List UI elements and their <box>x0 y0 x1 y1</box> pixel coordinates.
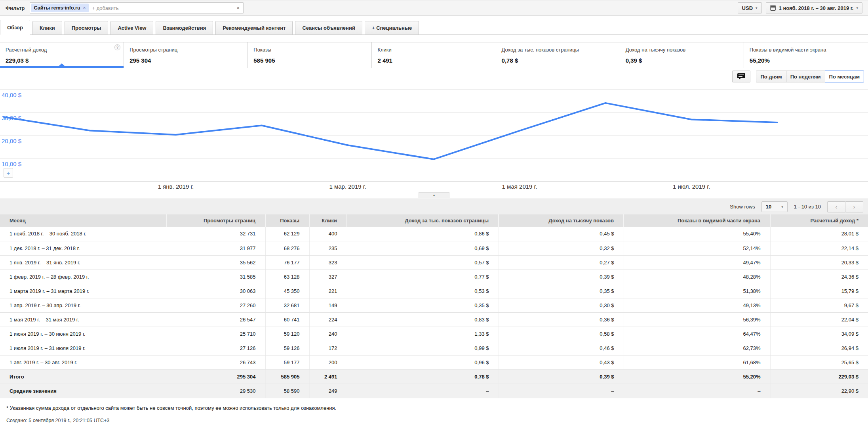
card-value: 229,03 $ <box>6 57 124 64</box>
table-row: 1 июля 2019 г. – 31 июля 2019 г.27 12659… <box>0 341 868 355</box>
card-value: 55,20% <box>750 57 868 64</box>
table-cell: 58 590 <box>265 384 309 398</box>
granularity-toggle: По днямПо неделямПо месяцам <box>756 71 864 82</box>
granularity-by-week-button[interactable]: По неделям <box>786 71 825 82</box>
filter-chip[interactable]: Сайты rems-info.ru × <box>31 4 89 12</box>
x-axis-tick-label: 1 мар. 2019 г. <box>329 183 366 190</box>
filter-clear-icon[interactable]: × <box>236 5 240 11</box>
table-cell: 49,13% <box>624 298 770 312</box>
table-cell: 26 547 <box>167 312 265 327</box>
currency-dropdown[interactable]: USD ▾ <box>738 2 762 13</box>
tab-views[interactable]: Просмотры <box>65 21 108 34</box>
table-cell: 61,68% <box>624 355 770 369</box>
table-cell: 59 126 <box>265 341 309 355</box>
table-row: 1 апр. 2019 г. – 30 апр. 2019 г.27 26032… <box>0 298 868 312</box>
table-cell: Итого <box>0 369 167 384</box>
table-cell: 240 <box>309 327 347 341</box>
rows-per-page-select[interactable]: 10 ▾ <box>761 201 788 212</box>
prev-page-button[interactable]: ‹ <box>827 201 845 212</box>
table-cell: 0,27 $ <box>499 255 624 270</box>
metric-card-impressions[interactable]: Показы585 905 <box>248 42 372 68</box>
table-cell: 229,03 $ <box>770 369 868 384</box>
table-cell: 62 129 <box>265 227 309 241</box>
column-header[interactable]: Показы <box>265 214 309 227</box>
table-cell: 221 <box>309 284 347 298</box>
tab-interactions[interactable]: Взаимодействия <box>156 21 213 34</box>
table-cell: 0,35 $ <box>347 298 499 312</box>
chip-remove-icon[interactable]: × <box>83 5 86 11</box>
next-page-button[interactable]: › <box>845 201 863 212</box>
granularity-by-month-button[interactable]: По месяцам <box>825 71 864 82</box>
filter-input[interactable]: Сайты rems-info.ru × + добавить × <box>30 2 244 13</box>
metric-card-estimated-earnings[interactable]: Расчетный доход229,03 $? <box>0 42 124 68</box>
table-cell: 28,01 $ <box>770 227 868 241</box>
table-cell: 0,43 $ <box>499 355 624 369</box>
earnings-disclaimer: * Указанная сумма дохода от отдельного с… <box>0 398 868 411</box>
table-cell: 32 731 <box>167 227 265 241</box>
table-row: 1 мая 2019 г. – 31 мая 2019 г.26 54760 7… <box>0 312 868 327</box>
table-cell: 29 530 <box>167 384 265 398</box>
column-header[interactable]: Доход за тыс. показов страницы <box>347 214 499 227</box>
triangle-up-icon: ▴ <box>433 193 435 197</box>
table-cell: 149 <box>309 298 347 312</box>
table-cell: 31 585 <box>167 270 265 284</box>
report-created-timestamp: Создано: 5 сентября 2019 г., 20:21:05 UT… <box>0 411 868 423</box>
table-cell: 0,77 $ <box>347 270 499 284</box>
granularity-by-day-button[interactable]: По дням <box>756 71 786 82</box>
filter-add-placeholder[interactable]: + добавить <box>92 5 119 11</box>
table-cell: 1 марта 2019 г. – 31 марта 2019 г. <box>0 284 167 298</box>
comment-icon <box>737 73 745 80</box>
chevron-down-icon: ▾ <box>856 6 858 10</box>
table-cell: 30 063 <box>167 284 265 298</box>
card-value: 0,39 $ <box>626 57 744 64</box>
tab-matched-content[interactable]: Рекомендуемый контент <box>215 21 293 34</box>
chevron-left-icon: ‹ <box>836 203 838 210</box>
column-header[interactable]: Клики <box>309 214 347 227</box>
table-cell: 68 276 <box>265 241 309 255</box>
table-cell: 22,90 $ <box>770 384 868 398</box>
metric-card-impression-rpm[interactable]: Доход на тысячу показов0,39 $ <box>620 42 744 68</box>
tab-active-view[interactable]: Active View <box>110 21 153 34</box>
tab-ad-sessions[interactable]: Сеансы объявлений <box>295 21 362 34</box>
table-cell: 1 февр. 2019 г. – 28 февр. 2019 г. <box>0 270 167 284</box>
report-tabs: ОбзорКликиПросмотрыActive ViewВзаимодейс… <box>0 16 868 35</box>
x-axis-tick-label: 1 июл. 2019 г. <box>673 183 710 190</box>
chart-zoom-button[interactable]: + <box>4 168 13 178</box>
date-range-button[interactable]: 1 нояб. 2018 г. – 30 авг. 2019 г. ▾ <box>766 2 862 13</box>
metric-card-clicks[interactable]: Клики2 491 <box>372 42 496 68</box>
table-cell: 0,39 $ <box>499 270 624 284</box>
table-cell: 64,47% <box>624 327 770 341</box>
column-header[interactable]: Просмотры страниц <box>167 214 265 227</box>
filter-bar: Фильтр Сайты rems-info.ru × + добавить ×… <box>0 0 868 16</box>
table-cell: 1 дек. 2018 г. – 31 дек. 2018 г. <box>0 241 167 255</box>
table-cell: 15,79 $ <box>770 284 868 298</box>
column-header[interactable]: Показы в видимой части экрана <box>624 214 770 227</box>
totals-row: Итого295 304585 9052 4910,78 $0,39 $55,2… <box>0 369 868 384</box>
metric-card-page-rpm[interactable]: Доход за тыс. показов страницы0,78 $ <box>496 42 620 68</box>
rows-per-page-value: 10 <box>766 204 771 210</box>
tab-custom[interactable]: + Специальные <box>365 21 419 34</box>
table-row: 1 июня 2019 г. – 30 июня 2019 г.25 71059… <box>0 327 868 341</box>
collapse-chart-button[interactable]: ▴ <box>419 192 449 198</box>
filter-chip-label: Сайты rems-info.ru <box>34 5 80 11</box>
pagination: ‹ › <box>827 201 863 212</box>
table-cell: 1 янв. 2019 г. – 31 янв. 2019 г. <box>0 255 167 270</box>
card-label: Доход за тыс. показов страницы <box>502 47 620 53</box>
metric-card-viewability[interactable]: Показы в видимой части экрана55,20% <box>744 42 868 68</box>
metric-card-page-views[interactable]: Просмотры страниц295 304 <box>124 42 248 68</box>
table-cell: 295 304 <box>167 369 265 384</box>
column-header[interactable]: Расчетный доход * <box>770 214 868 227</box>
tab-clicks[interactable]: Клики <box>32 21 62 34</box>
tab-overview[interactable]: Обзор <box>0 20 30 35</box>
table-row: 1 февр. 2019 г. – 28 февр. 2019 г.31 585… <box>0 270 868 284</box>
table-cell: 0,78 $ <box>347 369 499 384</box>
column-header[interactable]: Доход на тысячу показов <box>499 214 624 227</box>
annotations-button[interactable] <box>732 71 750 82</box>
card-active-notch <box>59 63 65 66</box>
column-header[interactable]: Месяц <box>0 214 167 227</box>
table-row: 1 авг. 2019 г. – 30 авг. 2019 г.26 74359… <box>0 355 868 369</box>
line-chart-svg[interactable]: 40,00 $30,00 $20,00 $10,00 $1 янв. 2019 … <box>0 84 868 192</box>
table-cell: 0,53 $ <box>347 284 499 298</box>
table-cell: 22,04 $ <box>770 312 868 327</box>
table-cell: 22,14 $ <box>770 241 868 255</box>
